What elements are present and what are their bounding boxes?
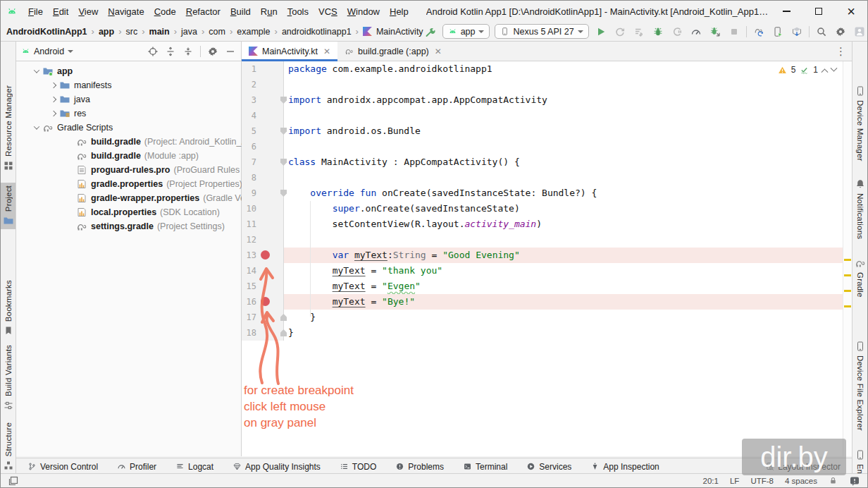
code-line[interactable]: 11 setContentView(R.layout.activity_main… [242,216,852,232]
gutter[interactable]: 5 [242,123,284,139]
menu-navigate[interactable]: Navigate [103,3,149,20]
code-line[interactable]: 13 var myText:String = "Good Evening" [242,248,852,263]
code-line[interactable]: 8 [242,170,852,185]
chevron-right-icon[interactable] [51,111,56,116]
code-line[interactable]: 5import android.os.Bundle [242,123,852,139]
hide-panel-icon[interactable] [225,46,236,57]
profile-avatar-button[interactable] [852,25,867,39]
run-button[interactable] [594,25,608,39]
code-line[interactable]: 10 super.onCreate(savedInstanceState) [242,201,852,216]
code-text[interactable]: super.onCreate(savedInstanceState) [284,201,852,216]
tool-window-button-profiler[interactable]: Profiler [117,462,156,472]
tool-stripe-device-file-explorer[interactable]: Device File Explorer [852,338,867,434]
next-highlight-chevron-icon[interactable] [831,64,838,71]
code-text[interactable] [284,108,852,123]
breakpoint-dot[interactable] [261,250,270,260]
tree-row-build-gradle[interactable]: build.gradle(Module :app) [16,149,241,163]
tree-row-app[interactable]: app [16,64,241,78]
breadcrumb-item-java[interactable]: java [181,27,197,37]
tool-stripe-gradle[interactable]: Gradle [852,255,867,300]
gutter[interactable]: 18 [242,325,284,341]
tree-row-proguard-rules-pro[interactable]: proguard-rules.pro(ProGuard Rules for ":… [16,163,241,177]
code-line[interactable]: 14 myText = "thank you" [242,263,852,279]
tool-stripe-resource-manager[interactable]: Resource Manager [1,83,16,174]
previous-highlight-chevron-icon[interactable] [822,68,829,75]
code-text[interactable]: setContentView(R.layout.activity_main) [284,216,852,232]
breadcrumb-item-com[interactable]: com [209,27,225,37]
breadcrumb-item-app[interactable]: app [99,27,114,37]
breadcrumb-item-mainactivity[interactable]: MainActivity [376,27,423,37]
code-line[interactable]: 16 myText = "Bye!" [242,294,852,310]
tool-window-button-todo[interactable]: TODO [340,462,376,472]
code-line[interactable]: 17 } [242,310,852,325]
gutter[interactable]: 7 [242,154,284,170]
tree-row-build-gradle[interactable]: build.gradle(Project: Android_Kotlin_App… [16,135,241,149]
tree-row-java[interactable]: java [16,92,241,106]
chevron-down-icon[interactable] [34,123,39,129]
apply-code-changes-button[interactable] [632,25,646,39]
profiler-button[interactable] [689,25,703,39]
indent-setting[interactable]: 4 spaces [785,477,817,485]
settings-button[interactable] [833,25,848,39]
breadcrumb-item-main[interactable]: main [149,27,170,37]
apply-changes-button[interactable] [613,25,627,39]
device-manager-button[interactable] [771,25,785,39]
gutter[interactable]: 4 [242,108,284,123]
code-text[interactable]: import androidx.appcompat.app.AppCompatA… [284,92,852,108]
tool-window-button-app-quality-insights[interactable]: App Quality Insights [232,462,321,472]
code-text[interactable]: } [284,310,852,325]
gutter[interactable]: 6 [242,139,284,154]
gutter[interactable]: 2 [242,77,284,92]
code-line[interactable]: 15 myText = "Evgen" [242,279,852,294]
code-line[interactable]: 1package com.example.androidkotlinapp1 [242,61,852,77]
tool-window-button-version-control[interactable]: Version Control [27,462,98,472]
code-text[interactable]: var myText:String = "Good Evening" [284,248,852,263]
code-text[interactable]: myText = "Evgen" [284,279,852,294]
tool-window-button-problems[interactable]: Problems [395,462,444,472]
code-line[interactable]: 6 [242,139,852,154]
gear-icon[interactable] [207,46,218,57]
tree-row-local-properties[interactable]: local.properties(SDK Location) [16,205,241,219]
tool-stripe-notifications[interactable]: Notifications [852,176,867,242]
menu-code[interactable]: Code [149,3,181,20]
code-line[interactable]: 18} [242,325,852,341]
menu-refactor[interactable]: Refactor [181,3,225,20]
gradle-sync-button[interactable] [752,25,766,39]
code-line[interactable]: 12 [242,232,852,248]
menu-tools[interactable]: Tools [283,3,314,20]
warning-stripe-mark[interactable] [844,305,851,307]
tab-build-gradle[interactable]: build.gradle (:app) ✕ [337,42,449,61]
tool-stripe-build-variants[interactable]: Build Variants [1,342,16,414]
code-line[interactable]: 3import androidx.appcompat.app.AppCompat… [242,92,852,108]
menu-vcs[interactable]: VCS [314,3,342,20]
tab-options-kebab-icon[interactable]: ⋮ [836,45,846,58]
warning-stripe-mark[interactable] [844,259,851,261]
file-encoding[interactable]: UTF-8 [750,477,774,485]
tab-mainactivity[interactable]: MainActivity.kt ✕ [242,42,337,61]
gutter[interactable]: 1 [242,61,284,77]
code-text[interactable] [284,139,852,154]
search-everywhere-button[interactable] [814,25,829,39]
tree-row-gradle-properties[interactable]: gradle.properties(Project Properties) [16,177,241,191]
tool-stripe-structure[interactable]: Structure [1,420,16,474]
expand-all-icon[interactable] [165,46,176,57]
code-line[interactable]: 7class MainActivity : AppCompatActivity(… [242,154,852,170]
code-text[interactable]: package com.example.androidkotlinapp1 [284,61,852,77]
code-text[interactable] [284,170,852,185]
code-line[interactable]: 2 [242,77,852,92]
debug-button[interactable] [651,25,665,39]
event-log-icon[interactable] [849,475,860,487]
menu-file[interactable]: File [23,3,48,20]
close-button[interactable]: × [835,1,867,22]
code-text[interactable]: myText = "thank you" [284,263,852,279]
tool-stripe-bookmarks[interactable]: Bookmarks [1,277,16,339]
device-select[interactable]: Nexus 5 API 27 [495,24,588,39]
menu-build[interactable]: Build [225,3,256,20]
sdk-manager-button[interactable] [790,25,804,39]
breadcrumb-item-androidkotlinapp1[interactable]: androidkotlinapp1 [282,27,352,37]
gutter[interactable]: 10 [242,201,284,216]
tool-stripe-device-manager[interactable]: Device Manager [852,83,867,164]
chevron-right-icon[interactable] [51,97,56,102]
gutter[interactable]: 13 [242,248,284,263]
gutter[interactable]: 16 [242,294,284,310]
